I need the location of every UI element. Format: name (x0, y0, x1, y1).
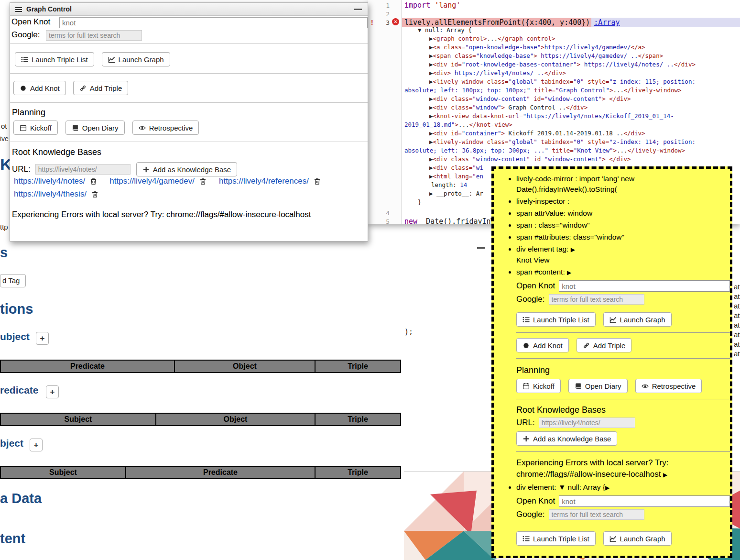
add-triple-button[interactable]: Add Triple (577, 338, 632, 352)
add-object-button[interactable]: + (30, 439, 43, 451)
button-label: Add Knot (533, 341, 563, 350)
table-header: Object (156, 413, 315, 426)
inspector-node[interactable]: ▶<div> https://lively4/notes/ ..</div> (404, 69, 729, 77)
add-subject-button[interactable]: + (36, 332, 49, 345)
keyword-token: import (404, 1, 430, 10)
separator (10, 43, 368, 44)
inspector-node[interactable]: ▶<lively-window class="global" tabindex=… (404, 138, 729, 155)
launch-triple-list-button[interactable]: Launch Triple List (516, 312, 596, 327)
probe-entry-text: lively-code-mirror : import 'lang' new D… (516, 175, 634, 193)
open-knot-input[interactable] (559, 495, 730, 507)
open-knot-input[interactable] (559, 280, 730, 292)
table-header: Object (174, 360, 315, 373)
google-label: Google: (516, 509, 545, 520)
launch-graph-button[interactable]: Launch Graph (603, 531, 672, 546)
trash-icon[interactable] (314, 177, 321, 185)
calendar-icon (522, 383, 530, 390)
button-label: Add Triple (90, 84, 122, 92)
trash-icon[interactable] (90, 177, 97, 185)
google-search-input[interactable] (549, 294, 644, 305)
trash-icon[interactable] (199, 177, 207, 185)
inspector-root-node[interactable]: ▼ null: Array { (404, 26, 729, 34)
planning-heading: Planning (516, 365, 730, 375)
inspector-node[interactable]: ▶<span class="knowledge-base"> https://l… (404, 52, 729, 60)
open-diary-button[interactable]: Open Diary (568, 379, 628, 393)
button-label: Retrospective (652, 382, 696, 390)
google-search-input[interactable] (549, 509, 644, 520)
open-knot-input[interactable] (59, 17, 368, 28)
table-header: Subject (0, 413, 156, 426)
button-label: Add Triple (593, 341, 626, 350)
url-input[interactable] (35, 164, 131, 175)
add-knowledge-base-button[interactable]: Add as Knowledge Base (136, 162, 237, 176)
minimize-button[interactable] (354, 9, 362, 10)
google-label: Google: (516, 294, 545, 305)
google-search-input[interactable] (46, 30, 142, 41)
separator (10, 142, 368, 142)
inspector-node[interactable]: ▶<graph-control>...</graph-control> (404, 34, 729, 43)
expand-triangle-icon[interactable]: ▶ (571, 246, 575, 253)
kickoff-button[interactable]: Kickoff (13, 121, 58, 135)
separator (10, 102, 368, 103)
button-label: Open Diary (82, 124, 119, 132)
inspector-node[interactable]: ▶<knot-view data-knot-url="https://livel… (404, 112, 729, 129)
text-fragment: at (734, 321, 740, 329)
inspector-node[interactable]: ▶<a class="open-knowledge-base">https://… (404, 43, 729, 52)
inspector-node[interactable]: ▶<div class="window-content" id="window-… (404, 155, 729, 164)
probe-tooltip: lively-code-mirror : import 'lang' new D… (491, 166, 732, 558)
launch-triple-list-button[interactable]: Launch Triple List (516, 531, 596, 546)
expand-triangle-icon[interactable]: ▶ (567, 269, 571, 276)
text-fragment: at (734, 330, 740, 339)
add-triple-button[interactable]: Add Triple (73, 81, 129, 95)
url-input[interactable] (539, 417, 635, 428)
heading-fragment: s (0, 245, 8, 261)
add-knot-button[interactable]: Add Knot (13, 81, 66, 95)
string-token: 'lang' (435, 1, 460, 10)
launch-graph-button[interactable]: Launch Graph (102, 52, 170, 66)
add-tag-button[interactable]: d Tag (0, 274, 26, 287)
add-knot-button[interactable]: Add Knot (516, 338, 569, 352)
knowledge-base-link[interactable]: https://lively4/thesis/ (14, 189, 87, 199)
knowledge-base-link[interactable]: https://lively4/gamedev/ (109, 176, 195, 186)
table-header: Triple (315, 413, 401, 426)
launch-triple-list-button[interactable]: Launch Triple List (15, 52, 94, 66)
window-menu-icon[interactable] (15, 6, 22, 13)
kickoff-button[interactable]: Kickoff (516, 379, 561, 393)
inspector-node[interactable]: ▶<div class="window-content" id="window-… (404, 95, 729, 103)
button-label: Open Diary (585, 382, 621, 390)
expand-triangle-icon[interactable]: ▶ (663, 472, 667, 478)
window-titlebar[interactable]: Graph Control (10, 3, 368, 16)
probe-entry-text: span attrValue: window (516, 209, 592, 217)
inspector-node[interactable]: ▶<div id="root-knowledge-bases-container… (404, 60, 729, 69)
retrospective-button[interactable]: Retrospective (132, 121, 199, 135)
add-predicate-button[interactable]: + (46, 385, 59, 398)
button-label: Add Knot (30, 84, 60, 92)
text-fragment: at (734, 340, 740, 348)
minimize-button[interactable] (477, 247, 485, 249)
launch-graph-button[interactable]: Launch Graph (603, 312, 672, 327)
text-fragment: at (734, 311, 740, 319)
expand-triangle-icon[interactable]: ▶ (605, 484, 609, 491)
knowledge-base-link[interactable]: https://lively4/references/ (219, 176, 309, 186)
trash-icon[interactable] (91, 190, 98, 198)
add-knowledge-base-button[interactable]: Add as Knowledge Base (516, 431, 617, 446)
inspector-node[interactable]: ▶<div id="container"> Kickoff 2019.01.14… (404, 129, 729, 138)
open-diary-button[interactable]: Open Diary (65, 121, 125, 135)
local-server-hint: Experiencing Errors with local server? T… (516, 457, 730, 481)
planning-heading: Planning (12, 108, 45, 118)
list-icon (21, 56, 28, 63)
probe-entry-text: span #attributes: class="window" (516, 233, 624, 241)
local-server-hint: Experiencing Errors with local server? T… (12, 210, 311, 220)
content-heading-fragment: tent (0, 531, 25, 547)
separator (516, 399, 730, 399)
code-line[interactable]: ); (404, 328, 413, 336)
line-number: 4 (386, 209, 390, 218)
inspector-node[interactable]: ▶<lively-window class="global" tabindex=… (404, 77, 729, 95)
knowledge-base-link[interactable]: https://lively4/notes/ (14, 176, 85, 186)
button-label: Retrospective (149, 124, 193, 132)
inspector-node[interactable]: ▶<div class="window"> Graph Control ..</… (404, 103, 729, 112)
retrospective-button[interactable]: Retrospective (635, 379, 702, 393)
probe-entry-text: span #content: (516, 268, 567, 276)
button-label: Launch Triple List (32, 55, 88, 64)
code-line[interactable]: import'lang' (404, 1, 460, 10)
